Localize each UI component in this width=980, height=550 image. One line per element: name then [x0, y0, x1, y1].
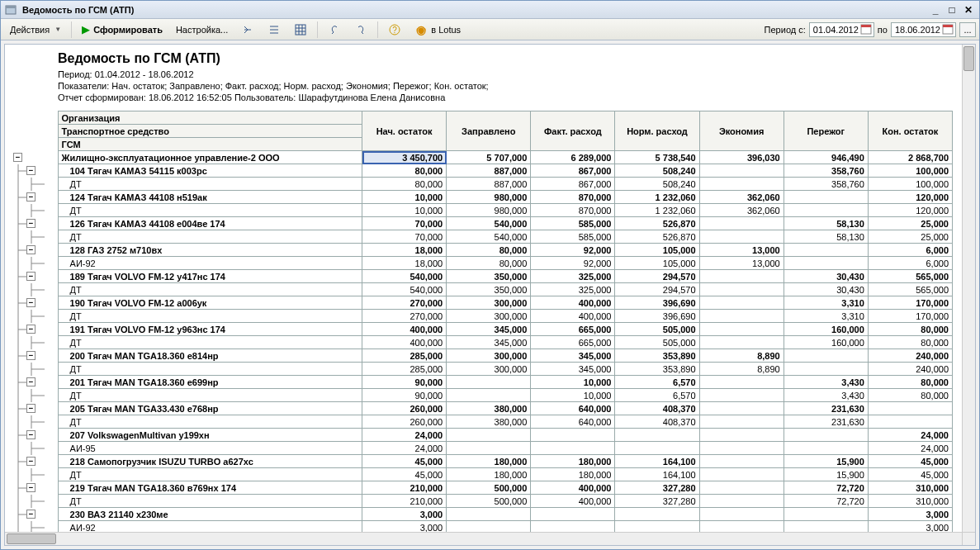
tree-collapse-button[interactable]: − [26, 219, 36, 228]
tree-collapse-button[interactable]: − [26, 404, 36, 413]
tree-collapse-button[interactable]: − [26, 298, 36, 307]
tree-collapse-button[interactable]: − [26, 192, 36, 202]
cell-value: 327,280 [615, 481, 699, 495]
table-row[interactable]: ДТ10,000980,000870,0001 232,060362,06012… [12, 204, 953, 217]
cell-value [699, 481, 784, 495]
table-row[interactable]: ДТ80,000887,000867,000508,240358,760100,… [12, 178, 953, 191]
actions-menu[interactable]: Действия ▼ [4, 22, 67, 37]
cell-value [699, 508, 784, 521]
minimize-button[interactable]: _ [928, 4, 943, 16]
calendar-icon[interactable] [860, 23, 872, 36]
tool-icon-1[interactable] [235, 21, 260, 39]
help-button[interactable]: ? [382, 21, 407, 39]
row-name: 189 Тягач VOLVO FM-12 у417нс 174 [58, 270, 362, 283]
table-row[interactable]: −Жилищно-эксплуатационное управление-2 О… [12, 151, 953, 164]
row-name: ДТ [58, 310, 362, 323]
tree-collapse-button[interactable]: − [26, 325, 36, 334]
cell-value: 80,000 [868, 323, 952, 336]
cell-value [699, 402, 784, 415]
table-row[interactable]: ДТ90,00010,0006,5703,43080,000 [12, 389, 953, 402]
cell-value: 210,000 [362, 495, 447, 508]
tree-collapse-button[interactable]: − [26, 457, 36, 466]
scroll-thumb[interactable] [7, 533, 56, 544]
run-button[interactable]: ▶ Сформировать [76, 21, 168, 38]
table-row[interactable]: ДТ270,000300,000400,000396,6903,310170,0… [12, 310, 953, 323]
cell-value [699, 270, 784, 283]
table-row[interactable]: −124 Тягач КАМАЗ 44108 н519ак10,000980,0… [12, 191, 953, 204]
row-name: 104 Тягач КАМАЗ 54115 к003рс [58, 164, 362, 178]
cell-value: 300,000 [447, 363, 531, 376]
table-row[interactable]: АИ-9218,00080,00092,000105,00013,0006,00… [12, 257, 953, 270]
horizontal-scrollbar[interactable] [5, 532, 962, 545]
calendar-icon[interactable] [942, 23, 954, 36]
cell-value: 90,000 [362, 389, 447, 402]
table-row[interactable]: −219 Тягач MAN TGA18.360 в769нх 174210,0… [12, 481, 953, 495]
cell-value: 18,000 [362, 257, 447, 270]
table-row[interactable]: ДТ285,000300,000345,000353,8908,890240,0… [12, 363, 953, 376]
scroll-thumb[interactable] [963, 46, 974, 71]
table-row[interactable]: −190 Тягач VOLVO FM-12 а006ук270,000300,… [12, 296, 953, 310]
table-row[interactable]: −128 ГАЗ 2752 м710вх18,00080,00092,00010… [12, 244, 953, 257]
table-row[interactable]: −104 Тягач КАМАЗ 54115 к003рс80,000887,0… [12, 164, 953, 178]
table-row[interactable]: −201 Тягач MAN TGA18.360 е699нр90,00010,… [12, 376, 953, 389]
table-row[interactable]: −191 Тягач VOLVO FM-12 у963нс 174400,000… [12, 323, 953, 336]
cell-value: 400,000 [362, 336, 447, 349]
tree-collapse-button[interactable]: − [26, 272, 36, 281]
table-row[interactable]: ДТ210,000500,000400,000327,28072,720310,… [12, 495, 953, 508]
tool-icon-4[interactable] [322, 21, 347, 39]
table-row[interactable]: −218 Самопогрузчик ISUZU TURBO а627хс45,… [12, 455, 953, 468]
tree-collapse-button[interactable]: − [26, 510, 36, 519]
cell-value: 526,870 [615, 217, 699, 230]
table-row[interactable]: ДТ540,000350,000325,000294,57030,430565,… [12, 283, 953, 296]
table-row[interactable]: −205 Тягач MAN TGA33.430 е768нр260,00038… [12, 402, 953, 415]
cell-value: 408,370 [615, 415, 699, 429]
cell-value: 362,060 [699, 191, 784, 204]
col-c5: Экономия [699, 111, 784, 151]
period-dialog-button[interactable]: ... [959, 22, 976, 37]
tree-collapse-button[interactable]: − [26, 245, 36, 254]
tree-collapse-button[interactable]: − [26, 351, 36, 360]
table-row[interactable]: −207 VolkswagenMultivan у199хн24,00024,0… [12, 429, 953, 442]
cell-value: 3,310 [784, 296, 868, 310]
cell-value: 72,720 [784, 495, 868, 508]
date-from-value: 01.04.2012 [813, 25, 859, 35]
tree-collapse-button[interactable]: − [26, 483, 36, 492]
vertical-scrollbar[interactable] [962, 45, 975, 532]
table-row[interactable]: −230 ВАЗ 21140 х230ме3,0003,000 [12, 508, 953, 521]
cell-value [699, 376, 784, 389]
table-row[interactable]: ДТ260,000380,000640,000408,370231,630 [12, 415, 953, 429]
tree-collapse-button[interactable]: − [26, 430, 36, 439]
tool-icon-3[interactable] [288, 21, 313, 39]
maximize-button[interactable]: □ [944, 4, 959, 16]
cell-value [699, 178, 784, 191]
row-name: ДТ [58, 336, 362, 349]
cell-value: 540,000 [362, 270, 447, 283]
table-row[interactable]: −126 Тягач КАМАЗ 44108 е004ве 17470,0005… [12, 217, 953, 230]
cell-value: 400,000 [531, 310, 615, 323]
table-row[interactable]: ДТ70,000540,000585,000526,87058,13025,00… [12, 230, 953, 244]
table-row[interactable]: АИ-9524,00024,000 [12, 442, 953, 455]
cell-value: 380,000 [447, 415, 531, 429]
table-row[interactable]: −200 Тягач MAN TGA18.360 е814нр285,00030… [12, 349, 953, 363]
tool-icon-2[interactable] [262, 21, 286, 39]
cell-value: 565,000 [868, 283, 952, 296]
table-row[interactable]: −189 Тягач VOLVO FM-12 у417нс 174540,000… [12, 270, 953, 283]
settings-button[interactable]: Настройка... [170, 22, 234, 37]
tree-collapse-button[interactable]: − [13, 153, 22, 162]
date-to-input[interactable]: 18.06.2012 [891, 22, 956, 37]
col-c7: Кон. остаток [868, 111, 952, 151]
table-row[interactable]: ДТ400,000345,000665,000505,000160,00080,… [12, 336, 953, 349]
cell-value: 300,000 [447, 310, 531, 323]
cell-value: 15,900 [784, 455, 868, 468]
tree-collapse-button[interactable]: − [26, 377, 36, 386]
date-from-input[interactable]: 01.04.2012 [809, 22, 874, 37]
close-button[interactable]: ✕ [961, 4, 976, 16]
tree-cell [12, 178, 58, 191]
lotus-button[interactable]: ◉ в Lotus [409, 21, 466, 39]
table-row[interactable]: ДТ45,000180,000180,000164,10015,90045,00… [12, 468, 953, 481]
report-scroll[interactable]: Ведомость по ГСМ (АТП) Период: 01.04.201… [5, 45, 975, 545]
col-c4: Норм. расход [615, 111, 699, 151]
tool-icon-5[interactable] [348, 21, 373, 39]
tree-collapse-button[interactable]: − [26, 166, 36, 175]
tree-cell [12, 363, 58, 376]
